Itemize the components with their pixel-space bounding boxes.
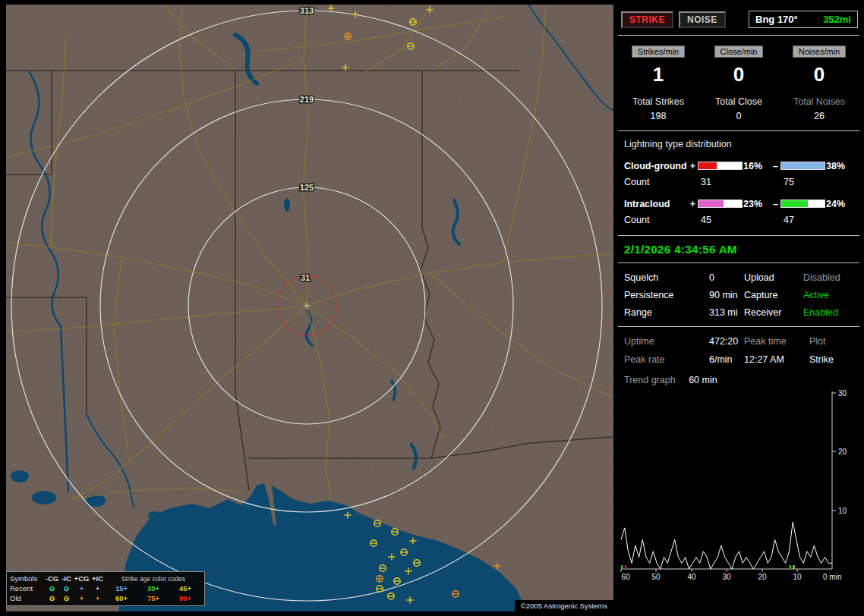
noises-per-min-value: 0 <box>779 63 859 86</box>
datetime-display: 2/1/2026 4:34:56 AM <box>618 235 859 263</box>
trend-event-marker <box>790 565 792 569</box>
legend-col-neg-ic: -IC <box>59 574 74 583</box>
capture-status: Active <box>803 290 853 300</box>
total-noises-value: 26 <box>779 111 859 121</box>
mode-toolbar: STRIKE NOISE Bng 170° 352mi <box>618 5 859 36</box>
intracloud-label: Intracloud <box>624 196 688 212</box>
recent-pos-ic-icon: + <box>90 584 106 592</box>
old-neg-ic-icon: ⊖ <box>59 594 74 602</box>
status-panel: STRIKE NOISE Bng 170° 352mi Strikes/min … <box>618 5 859 611</box>
range-label-125: 125 <box>300 183 314 192</box>
plus-sign: + <box>688 196 698 212</box>
legend-ages-recent: 15+ 30+ 45+ <box>106 584 201 592</box>
legend-old-label: Old <box>10 594 45 602</box>
trend-markers <box>621 565 795 569</box>
total-close-value: 0 <box>698 111 779 121</box>
strike-mode-button[interactable]: STRIKE <box>621 11 673 28</box>
range-value: 313 mi <box>709 307 744 318</box>
trend-event-marker <box>625 565 627 569</box>
copyright-notice: ©2005 Astrogenic Systems <box>515 600 613 611</box>
recent-neg-cg-icon: ⊖ <box>45 584 59 592</box>
strike-symbol <box>377 576 383 582</box>
ic-neg-count: 47 <box>780 212 824 228</box>
range-label-313: 313 <box>300 6 314 15</box>
peak-time-label: Peak time <box>744 336 809 347</box>
x-tick-30: 30 <box>722 573 731 581</box>
receiver-label: Receiver <box>744 307 803 318</box>
x-tick-0: 0 min <box>823 573 841 581</box>
map-canvas[interactable]: 313 219 125 31 <box>6 5 613 611</box>
legend-recent-label: Recent <box>10 584 45 592</box>
peak-time-value: 12:27 AM <box>744 354 809 365</box>
close-per-min-chip[interactable]: Close/min <box>714 46 764 58</box>
ic-neg-bar <box>780 200 825 208</box>
age-90: 90+ <box>179 594 191 602</box>
ic-pos-pct: 23% <box>741 196 771 212</box>
ic-pos-bar <box>698 200 743 208</box>
noises-per-min-chip[interactable]: Noises/min <box>793 46 846 58</box>
legend-col-pos-ic: +IC <box>90 574 106 583</box>
strikes-column: Strikes/min 1 Total Strikes 198 <box>618 46 698 121</box>
distribution-grid: Cloud-ground + 16% – 38% Count 31 75 Int… <box>624 158 853 228</box>
persistence-value: 90 min <box>709 290 744 300</box>
total-strikes-label: Total Strikes <box>618 96 698 107</box>
age-75: 75+ <box>147 594 159 602</box>
x-tick-40: 40 <box>687 573 696 581</box>
distribution-header: Lightning type distribution <box>624 139 853 149</box>
age-45: 45+ <box>179 584 191 592</box>
capture-label: Capture <box>744 290 803 300</box>
noise-mode-button[interactable]: NOISE <box>679 11 726 28</box>
map-panel: 313 219 125 31 Symbols -CG -IC +CG +IC S… <box>6 5 613 611</box>
uptime-label: Uptime <box>624 336 709 347</box>
persistence-label: Persistence <box>624 290 709 300</box>
strikes-per-min-chip[interactable]: Strikes/min <box>632 46 685 58</box>
cg-pos-bar <box>698 162 743 170</box>
ic-count-label: Count <box>624 212 688 228</box>
legend-recent-row: Recent ⊖ ⊖ + + 15+ 30+ 45+ <box>10 583 201 593</box>
upload-label: Upload <box>744 272 803 283</box>
plot-label: Plot <box>809 336 853 347</box>
trend-graph-window: 60 min <box>689 375 717 385</box>
legend-old-row: Old ⊖ ⊖ + + 60+ 75+ 90+ <box>10 593 201 603</box>
app-window: 313 219 125 31 Symbols -CG -IC +CG +IC S… <box>0 0 864 616</box>
cg-neg-pct: 38% <box>824 158 850 174</box>
legend-header-row: Symbols -CG -IC +CG +IC Strike age color… <box>10 574 201 583</box>
trend-graph-row: Trend graph 60 min <box>618 368 859 387</box>
trend-line <box>621 522 832 569</box>
age-60: 60+ <box>115 594 128 602</box>
bearing-readout: Bng 170° 352mi <box>749 11 858 28</box>
close-per-min-value: 0 <box>698 63 779 86</box>
range-label-31: 31 <box>301 273 310 282</box>
minus-sign: – <box>771 158 780 174</box>
squelch-label: Squelch <box>624 272 709 283</box>
minus-sign: – <box>771 196 780 212</box>
age-30: 30+ <box>147 584 159 592</box>
map-legend: Symbols -CG -IC +CG +IC Strike age color… <box>6 571 205 606</box>
trend-graph-label: Trend graph <box>624 375 676 385</box>
noises-column: Noises/min 0 Total Noises 26 <box>779 46 859 121</box>
cloud-ground-label: Cloud-ground <box>624 158 688 174</box>
y-tick-30: 30 <box>838 390 847 398</box>
legend-col-pos-cg: +CG <box>74 574 90 583</box>
peak-rate-label: Peak rate <box>624 354 709 365</box>
uptime-value: 472:20 <box>709 336 744 347</box>
legend-ages-old: 60+ 75+ 90+ <box>106 594 201 602</box>
y-tick-10: 10 <box>838 507 847 515</box>
total-close-label: Total Close <box>698 96 779 107</box>
bearing-label: Bng 170° <box>755 14 798 25</box>
plot-value: Strike <box>809 354 853 365</box>
receiver-status: Enabled <box>803 307 853 318</box>
x-tick-20: 20 <box>758 573 767 581</box>
x-tick-10: 10 <box>793 573 802 581</box>
trend-chart: 30 20 10 60 50 40 30 20 10 0 min <box>618 390 859 583</box>
cg-count-label: Count <box>624 174 688 190</box>
cg-neg-count: 75 <box>780 174 824 190</box>
cg-pos-pct: 16% <box>741 158 771 174</box>
legend-age-title: Strike age color codes <box>106 575 201 583</box>
total-strikes-value: 198 <box>618 111 698 121</box>
plus-sign: + <box>688 158 698 174</box>
old-pos-cg-icon: + <box>74 594 90 602</box>
stats-grid: Uptime 472:20 Peak time Plot Peak rate 6… <box>618 326 859 368</box>
peak-rate-value: 6/min <box>709 354 744 365</box>
age-15: 15+ <box>115 584 128 592</box>
